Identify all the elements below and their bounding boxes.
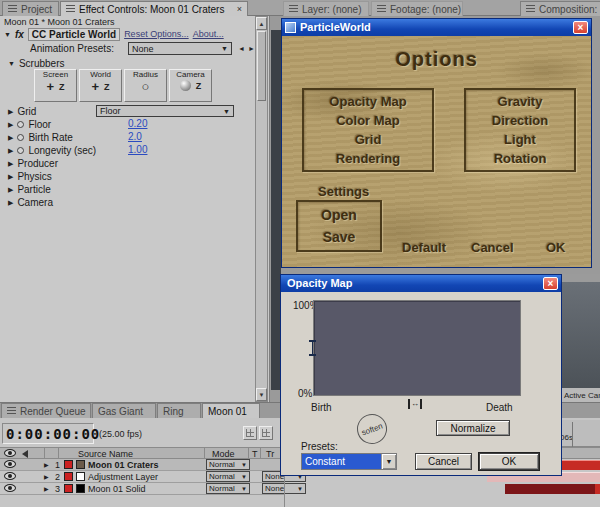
- expander-icon[interactable]: ▶: [8, 108, 13, 115]
- blend-mode-dropdown[interactable]: Normal ▼: [206, 483, 250, 494]
- camera-view-dropdown[interactable]: Active Cam...: [562, 388, 600, 402]
- plus-icon[interactable]: +: [91, 80, 99, 93]
- timecode-display[interactable]: 0:00:00:00: [2, 423, 94, 444]
- layer-name[interactable]: Moon 01 Solid: [88, 484, 146, 494]
- property-group-camera[interactable]: ▶ Camera: [8, 196, 53, 208]
- rotation-button[interactable]: Rotation: [494, 149, 547, 168]
- layer-row-3[interactable]: ▶ 3 Moon 01 Solid Normal ▼ None ▼: [0, 483, 284, 495]
- timeline-view-button-1[interactable]: [243, 426, 257, 440]
- curve-level-handle[interactable]: [309, 340, 316, 356]
- ec-scrollbar[interactable]: ▲ ▼: [255, 16, 268, 402]
- save-button[interactable]: Save: [323, 226, 356, 248]
- radius-circle-icon[interactable]: ○: [142, 80, 150, 93]
- about-link[interactable]: About...: [193, 29, 224, 39]
- ok-button[interactable]: OK: [479, 453, 539, 470]
- tab-render-queue[interactable]: Render Queue: [1, 403, 91, 418]
- preset-dropdown[interactable]: Constant ▼: [301, 453, 397, 470]
- property-group-particle[interactable]: ▶ Particle: [8, 183, 51, 195]
- expander-icon[interactable]: ▶: [8, 147, 13, 154]
- layer-name[interactable]: Moon 01 Craters: [88, 460, 159, 470]
- open-button[interactable]: Open: [321, 204, 357, 226]
- scroll-down-button[interactable]: ▼: [256, 388, 267, 401]
- z-axis-icon[interactable]: Z: [196, 81, 202, 91]
- expander-icon[interactable]: ▼: [4, 31, 11, 38]
- stopwatch-icon[interactable]: [17, 121, 24, 128]
- close-button[interactable]: ×: [573, 21, 588, 34]
- grid-button[interactable]: Grid: [355, 130, 382, 149]
- layer-row-1[interactable]: ▶ 1 Moon 01 Craters Normal ▼: [0, 459, 284, 471]
- tab-footage[interactable]: Footage: (none): [371, 1, 463, 16]
- property-group-producer[interactable]: ▶ Producer: [8, 157, 58, 169]
- longevity-value[interactable]: 1.00: [128, 144, 147, 155]
- fx-icon[interactable]: fx: [15, 29, 24, 40]
- close-button[interactable]: ×: [543, 277, 558, 290]
- presets-prev-button[interactable]: ◄: [238, 45, 245, 52]
- layer-duration-bar-3-cap[interactable]: [595, 484, 600, 494]
- layer-row-2[interactable]: ▶ 2 Adjustment Layer Normal ▼ None ▼: [0, 471, 284, 483]
- plus-icon[interactable]: +: [46, 80, 54, 93]
- ok-button[interactable]: OK: [546, 240, 566, 255]
- scrubbers-header[interactable]: ▼ Scrubbers: [8, 57, 65, 69]
- source-name-header[interactable]: Source Name: [78, 449, 133, 459]
- rendering-button[interactable]: Rendering: [336, 149, 400, 168]
- stopwatch-icon[interactable]: [17, 134, 24, 141]
- label-color-chip[interactable]: [64, 460, 73, 469]
- property-group-physics[interactable]: ▶ Physics: [8, 170, 52, 182]
- reset-options-link[interactable]: Reset Options...: [124, 29, 189, 39]
- expander-icon[interactable]: ▶: [8, 121, 13, 128]
- tab-project[interactable]: Project: [2, 1, 59, 16]
- expander-icon[interactable]: ▶: [44, 462, 49, 468]
- camera-sphere-icon[interactable]: [180, 80, 191, 91]
- opacity-map-titlebar[interactable]: Opacity Map ×: [281, 275, 561, 292]
- opacity-map-button[interactable]: Opacity Map: [329, 92, 406, 111]
- opacity-curve-area[interactable]: [313, 300, 521, 396]
- dropdown-arrow-button[interactable]: ▼: [381, 454, 396, 469]
- visibility-eye-icon[interactable]: [4, 484, 16, 492]
- soften-stamp-button[interactable]: soften: [353, 410, 391, 448]
- floor-value[interactable]: 0.20: [128, 118, 147, 129]
- scrubber-radius-button[interactable]: Radius ○: [124, 69, 167, 102]
- t-header[interactable]: T: [252, 449, 258, 459]
- scrubber-camera-button[interactable]: Camera Z: [169, 69, 212, 102]
- tab-moon-01[interactable]: Moon 01: [202, 403, 260, 418]
- trkmat-header[interactable]: Tr: [266, 449, 274, 459]
- normalize-button[interactable]: Normalize: [436, 420, 510, 436]
- stopwatch-icon[interactable]: [17, 147, 24, 154]
- grid-dropdown[interactable]: Floor ▼: [96, 105, 234, 117]
- effect-name[interactable]: CC Particle World: [28, 28, 120, 41]
- scroll-up-button[interactable]: ▲: [256, 17, 267, 30]
- scrubber-world-button[interactable]: World + Z: [79, 69, 122, 102]
- visibility-eye-icon[interactable]: [4, 460, 16, 468]
- gravity-button[interactable]: Gravity: [498, 92, 543, 111]
- cancel-button[interactable]: Cancel: [471, 240, 514, 255]
- tab-ring[interactable]: Ring: [157, 403, 201, 418]
- tab-gas-giant[interactable]: Gas Giant: [92, 403, 156, 418]
- close-icon[interactable]: ×: [237, 4, 242, 14]
- direction-button[interactable]: Direction: [492, 111, 548, 130]
- range-slider-handle[interactable]: ↔: [408, 399, 422, 409]
- particle-world-titlebar[interactable]: ParticleWorld ×: [282, 19, 591, 36]
- tab-composition[interactable]: Composition: Mo: [520, 1, 600, 16]
- layer-name[interactable]: Adjustment Layer: [88, 472, 158, 482]
- blend-mode-dropdown[interactable]: Normal ▼: [206, 459, 250, 470]
- birth-rate-value[interactable]: 2.0: [128, 131, 142, 142]
- layer-duration-bar-3[interactable]: [505, 484, 595, 494]
- z-axis-icon[interactable]: Z: [104, 82, 110, 92]
- visibility-eye-icon[interactable]: [4, 472, 16, 480]
- mode-header[interactable]: Mode: [212, 449, 235, 459]
- timeline-view-button-2[interactable]: [259, 426, 273, 440]
- scrubber-screen-button[interactable]: Screen + Z: [34, 69, 77, 102]
- cancel-button[interactable]: Cancel: [415, 453, 472, 470]
- label-color-chip[interactable]: [64, 472, 73, 481]
- scrollbar-thumb[interactable]: [257, 31, 266, 101]
- light-button[interactable]: Light: [504, 130, 536, 149]
- color-map-button[interactable]: Color Map: [336, 111, 400, 130]
- expander-icon[interactable]: ▶: [44, 474, 49, 480]
- presets-next-button[interactable]: ►: [248, 45, 255, 52]
- expander-icon[interactable]: ▶: [8, 134, 13, 141]
- label-color-chip[interactable]: [64, 484, 73, 493]
- default-button[interactable]: Default: [402, 240, 446, 255]
- tab-effect-controls[interactable]: Effect Controls: Moon 01 Craters ×: [60, 1, 248, 16]
- blend-mode-dropdown[interactable]: Normal ▼: [206, 471, 250, 482]
- composition-view[interactable]: [562, 282, 600, 388]
